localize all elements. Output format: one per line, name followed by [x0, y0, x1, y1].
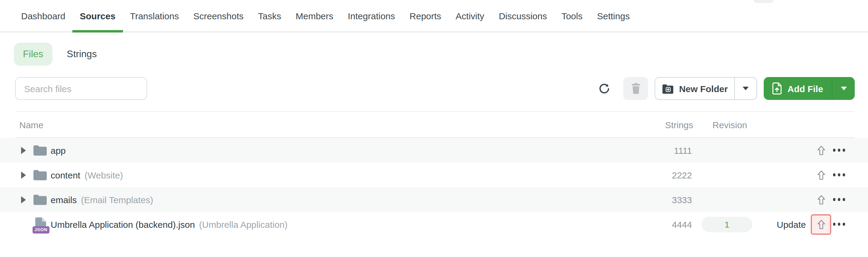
chevron-down-icon — [841, 87, 846, 90]
files-table-header: Name Strings Revision — [15, 112, 854, 138]
new-folder-button[interactable]: New Folder — [655, 78, 734, 99]
json-type-badge: JSON — [33, 226, 49, 233]
ellipsis-icon — [833, 198, 836, 201]
subtab-files[interactable]: Files — [14, 43, 53, 66]
upload-arrow-icon — [817, 219, 825, 229]
nav-tab-tools[interactable]: Tools — [554, 0, 590, 31]
nav-tab-tasks[interactable]: Tasks — [251, 0, 288, 31]
upload-arrow-icon — [817, 145, 825, 155]
upload-button[interactable] — [811, 164, 831, 185]
folder-note: (Email Templates) — [81, 194, 153, 205]
column-header-name: Name — [19, 120, 43, 130]
expand-caret-icon[interactable] — [21, 147, 26, 154]
update-link[interactable]: Update — [777, 219, 806, 229]
nav-tab-members[interactable]: Members — [288, 0, 341, 31]
files-table: app 1111 — [0, 138, 868, 236]
add-file-icon — [772, 82, 782, 95]
folder-icon — [33, 145, 47, 156]
folder-note: (Website) — [84, 170, 123, 180]
revision-badge[interactable]: 1 — [702, 216, 752, 232]
cropped-top-widget — [753, 0, 773, 3]
sources-files-page: Dashboard Sources Translations Screensho… — [0, 0, 868, 257]
search-input[interactable] — [15, 77, 147, 100]
subtab-strings[interactable]: Strings — [58, 43, 106, 66]
table-row[interactable]: app 1111 — [0, 138, 868, 162]
folder-name[interactable]: emails — [51, 194, 77, 205]
table-row[interactable]: emails (Email Templates) 3333 — [0, 187, 868, 212]
file-name-cell: Umbrella Application (backend).json (Umb… — [51, 219, 287, 229]
ellipsis-icon — [833, 223, 836, 226]
folder-icon — [33, 194, 47, 205]
new-folder-dropdown-button[interactable] — [734, 78, 756, 99]
upload-arrow-icon — [817, 195, 825, 204]
upload-arrow-icon — [817, 170, 825, 180]
file-name-cell: app — [51, 145, 70, 155]
ellipsis-icon — [833, 174, 836, 176]
nav-tab-reports[interactable]: Reports — [402, 0, 448, 31]
strings-count: 1111 — [674, 145, 692, 155]
table-row[interactable]: content (Website) 2222 — [0, 162, 868, 187]
json-file-icon: JSON — [34, 217, 48, 231]
nav-tab-sources[interactable]: Sources — [73, 0, 123, 31]
delete-button[interactable] — [623, 77, 648, 100]
expand-caret-icon[interactable] — [21, 171, 26, 179]
new-folder-icon — [661, 83, 674, 94]
file-note: (Umbrella Application) — [199, 219, 287, 229]
upload-button[interactable] — [811, 140, 831, 160]
sources-subtabs: Files Strings — [14, 43, 868, 66]
column-header-revision: Revision — [712, 120, 747, 130]
nav-tab-integrations[interactable]: Integrations — [341, 0, 402, 31]
file-name-cell: content (Website) — [51, 170, 123, 180]
add-file-button[interactable]: Add File — [764, 77, 832, 100]
more-actions-button[interactable] — [831, 216, 847, 233]
upload-button[interactable] — [811, 189, 831, 210]
nav-tab-screenshots[interactable]: Screenshots — [186, 0, 251, 31]
file-name-cell: emails (Email Templates) — [51, 194, 153, 205]
nav-tab-translations[interactable]: Translations — [123, 0, 186, 31]
strings-count: 4444 — [672, 219, 692, 229]
column-header-strings: Strings — [665, 120, 693, 130]
file-name[interactable]: Umbrella Application (backend).json — [51, 219, 195, 229]
table-row[interactable]: JSON Umbrella Application (backend).json… — [0, 212, 868, 236]
nav-tab-dashboard[interactable]: Dashboard — [14, 0, 73, 31]
project-nav: Dashboard Sources Translations Screensho… — [0, 0, 868, 33]
strings-count: 3333 — [672, 194, 692, 205]
new-folder-split-button: New Folder — [655, 77, 757, 100]
refresh-icon — [598, 83, 610, 94]
expand-caret-icon[interactable] — [21, 196, 26, 203]
ellipsis-icon — [833, 149, 836, 152]
folder-name[interactable]: content — [51, 170, 80, 180]
strings-count: 2222 — [672, 170, 692, 180]
more-actions-button[interactable] — [831, 191, 847, 208]
more-actions-button[interactable] — [831, 142, 847, 158]
new-folder-label: New Folder — [679, 83, 728, 94]
add-file-dropdown-button[interactable] — [832, 77, 855, 100]
add-file-split-button: Add File — [764, 77, 855, 100]
chevron-down-icon — [743, 87, 749, 90]
nav-tab-activity[interactable]: Activity — [448, 0, 492, 31]
refresh-button[interactable] — [594, 77, 614, 100]
folder-name[interactable]: app — [51, 145, 66, 155]
more-actions-button[interactable] — [831, 167, 847, 183]
folder-icon — [33, 170, 47, 180]
nav-tab-settings[interactable]: Settings — [590, 0, 637, 31]
nav-tab-discussions[interactable]: Discussions — [492, 0, 554, 31]
trash-icon — [631, 83, 641, 94]
files-toolbar: New Folder Add File — [0, 77, 868, 100]
upload-button-highlighted[interactable] — [811, 214, 831, 234]
add-file-label: Add File — [787, 83, 823, 94]
